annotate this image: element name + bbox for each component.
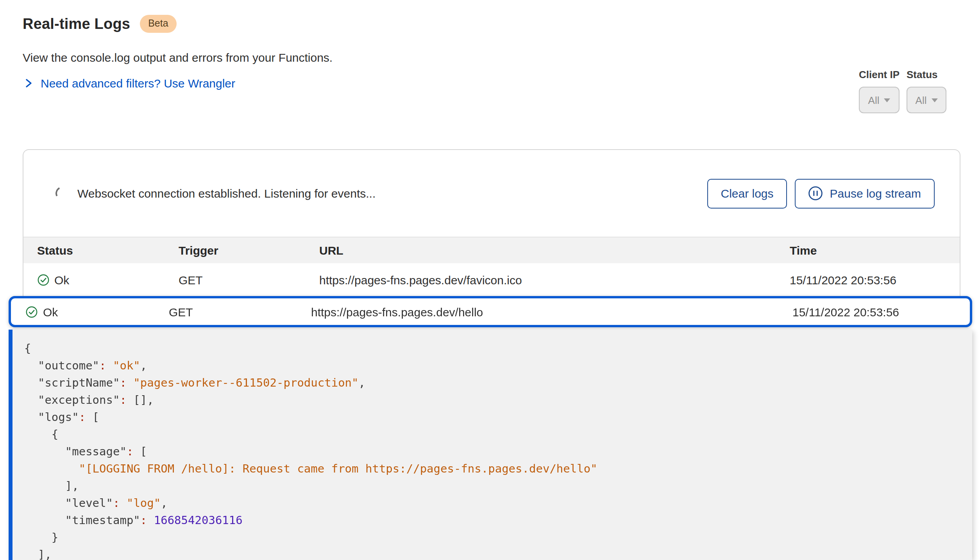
log-table-row[interactable]: Ok GET https://pages-fns.pages.dev/favic… [23, 263, 959, 297]
status-filter-dropdown[interactable]: All [907, 87, 946, 113]
column-header-time: Time [790, 244, 959, 257]
websocket-status-bar: Websocket connection established. Listen… [23, 150, 959, 237]
page-subtitle: View the console.log output and errors f… [23, 51, 333, 64]
log-stream-card: Websocket connection established. Listen… [23, 149, 960, 296]
code-line: "timestamp": 1668542036116 [24, 511, 972, 528]
chevron-right-icon [24, 78, 33, 88]
row-url: https://pages-fns.pages.dev/hello [311, 305, 792, 318]
log-table-row-selected[interactable]: Ok GET https://pages-fns.pages.dev/hello… [9, 296, 972, 327]
row-trigger: GET [169, 305, 311, 318]
client-ip-filter-value: All [868, 94, 880, 106]
client-ip-filter-label: Client IP [859, 69, 900, 80]
caret-down-icon [931, 98, 937, 102]
caret-down-icon [884, 98, 890, 102]
page-title: Real-time Logs [23, 15, 130, 32]
code-line: "[LOGGING FROM /hello]: Request came fro… [24, 460, 972, 477]
row-url: https://pages-fns.pages.dev/favicon.ico [319, 273, 790, 287]
clear-logs-label: Clear logs [721, 187, 773, 200]
code-line: "outcome": "ok", [24, 357, 972, 374]
code-line: { [24, 339, 972, 357]
realtime-logs-page: Real-time Logs Beta View the console.log… [0, 0, 980, 560]
pause-log-stream-button[interactable]: Pause log stream [795, 178, 934, 208]
code-line: "exceptions": [], [24, 391, 972, 408]
code-line: { [24, 425, 972, 442]
code-line: "message": [ [24, 442, 972, 460]
column-header-url: URL [319, 244, 790, 257]
log-detail-panel: { "outcome": "ok", "scriptName": "pages-… [9, 329, 972, 560]
status-filter-group: Status All [907, 69, 946, 113]
client-ip-filter-group: Client IP All [859, 69, 900, 113]
pause-circle-icon [808, 186, 823, 201]
row-time: 15/11/2022 20:53:56 [790, 273, 959, 287]
log-detail-code: { "outcome": "ok", "scriptName": "pages-… [24, 339, 972, 560]
code-line: "level": "log", [24, 494, 972, 511]
ok-check-circle-icon [26, 306, 38, 317]
clear-logs-button[interactable]: Clear logs [707, 178, 787, 208]
row-trigger: GET [179, 273, 319, 287]
log-filters: Client IP All Status All [859, 69, 946, 113]
column-header-status: Status [37, 244, 179, 257]
row-status: Ok [54, 273, 69, 287]
ok-check-circle-icon [37, 274, 49, 286]
page-header: Real-time Logs Beta View the console.log… [23, 15, 177, 33]
wrangler-link-label: Need advanced filters? Use Wrangler [41, 77, 235, 90]
log-action-buttons: Clear logs Pause log stream [707, 178, 934, 208]
row-time: 15/11/2022 20:53:56 [792, 305, 969, 318]
code-line: "scriptName": "pages-worker--611502-prod… [24, 374, 972, 391]
log-table-header: Status Trigger URL Time [23, 237, 959, 263]
code-line: ], [24, 477, 972, 494]
row-status: Ok [43, 305, 58, 318]
code-line: ], [24, 546, 972, 560]
wrangler-advanced-filters-link[interactable]: Need advanced filters? Use Wrangler [24, 77, 235, 90]
websocket-status-text: Websocket connection established. Listen… [77, 187, 376, 200]
status-filter-label: Status [907, 69, 946, 80]
pause-log-stream-label: Pause log stream [830, 187, 921, 200]
status-filter-value: All [916, 94, 927, 106]
column-header-trigger: Trigger [179, 244, 319, 257]
code-line: } [24, 528, 972, 546]
client-ip-filter-dropdown[interactable]: All [859, 87, 900, 113]
beta-badge: Beta [139, 15, 177, 33]
code-line: "logs": [ [24, 408, 972, 425]
loading-spinner-icon [54, 185, 71, 202]
